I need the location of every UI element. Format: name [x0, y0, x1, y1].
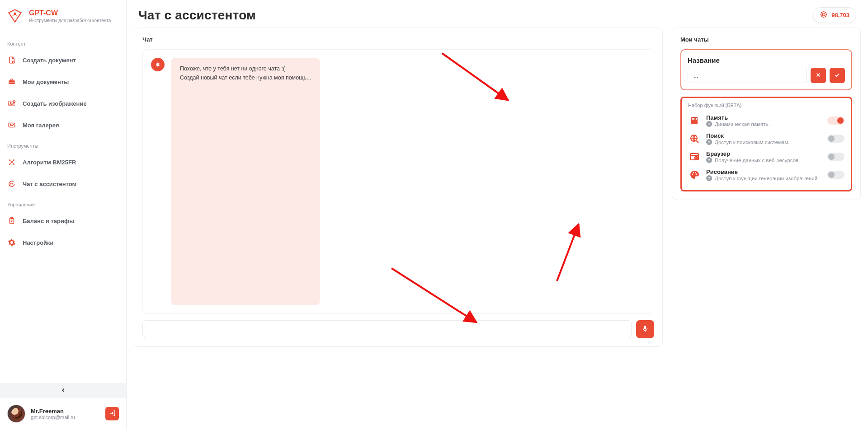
function-memory: Память ?Динамическая память. — [687, 112, 845, 130]
svg-point-18 — [12, 183, 13, 184]
svg-rect-20 — [11, 218, 13, 219]
svg-point-34 — [693, 172, 694, 173]
cancel-button[interactable] — [811, 68, 826, 83]
sidebar-item-label: Чат с ассистентом — [23, 181, 76, 187]
cluster-icon — [7, 158, 16, 167]
chat-name-input[interactable] — [688, 68, 807, 83]
help-icon[interactable]: ? — [706, 175, 712, 181]
svg-point-23 — [156, 63, 159, 65]
credits-pill[interactable]: 98,703 — [813, 7, 856, 23]
chat-card-title: Чат — [142, 36, 654, 43]
function-name: Память — [706, 114, 822, 121]
assistant-bubble: Похоже, что у тебя нет ни одного чата :(… — [171, 58, 320, 305]
brand-subtitle: Инструменты для разработки контента — [29, 18, 111, 23]
function-desc: Динамическая память. — [715, 121, 770, 127]
sidebar-section-tools: Инструменты — [0, 136, 126, 151]
close-icon — [815, 72, 821, 79]
svg-rect-28 — [694, 118, 695, 120]
function-name: Браузер — [706, 150, 822, 157]
sidebar-item-label: Баланс и тарифы — [23, 218, 74, 224]
sidebar-item-balance[interactable]: Баланс и тарифы — [0, 210, 126, 232]
bubble-line: Создай новый чат если тебе нужна моя пом… — [180, 73, 311, 82]
sidebar-item-label: Моя галерея — [23, 122, 59, 129]
new-chat-box: Название — [680, 49, 852, 90]
sidebar-item-chat-assistant[interactable]: Чат с ассистентом — [0, 173, 126, 195]
toggle-memory[interactable] — [827, 117, 844, 125]
svg-rect-29 — [695, 118, 696, 120]
toggle-browser[interactable] — [827, 153, 844, 161]
clipboard-icon — [7, 216, 16, 225]
palette-icon — [688, 168, 701, 181]
svg-point-14 — [9, 163, 10, 165]
mychats-card: Мои чаты Название Набор функций (Б — [672, 28, 861, 200]
chat-icon — [7, 179, 16, 188]
mychats-title: Мои чаты — [680, 36, 852, 43]
credits-icon — [820, 10, 828, 20]
svg-rect-24 — [644, 326, 646, 329]
logout-icon — [108, 410, 116, 418]
file-plus-icon — [7, 56, 16, 65]
mic-icon — [641, 325, 649, 334]
help-icon[interactable]: ? — [706, 139, 712, 145]
search-globe-icon — [688, 132, 701, 145]
sidebar-item-label: Алгоритм BM25FR — [23, 159, 76, 166]
functions-title: Набор функций (БЕТА) — [688, 103, 845, 108]
main: Чат с ассистентом 98,703 Чат Похоже, что… — [127, 0, 868, 429]
briefcase-icon — [7, 77, 16, 86]
svg-point-33 — [692, 174, 693, 175]
name-label: Название — [688, 56, 845, 64]
sidebar-section-management: Управление — [0, 195, 126, 210]
brand-title: GPT-CW — [29, 9, 111, 17]
function-desc: Получение данных с веб-ресурсов. — [715, 158, 800, 163]
user-name: Mr.Freeman — [31, 408, 75, 415]
help-icon[interactable]: ? — [706, 121, 712, 127]
svg-point-21 — [822, 13, 825, 16]
toggle-search[interactable] — [827, 135, 844, 143]
sidebar-item-create-document[interactable]: Создать документ — [0, 49, 126, 71]
function-name: Рисование — [706, 168, 822, 175]
sidebar-item-settings[interactable]: Настройки — [0, 232, 126, 253]
sidebar-collapse-button[interactable] — [0, 383, 126, 398]
chat-body: Похоже, что у тебя нет ни одного чата :(… — [142, 49, 654, 314]
sidebar-item-label: Настройки — [23, 239, 54, 246]
svg-point-15 — [13, 163, 14, 165]
sidebar-item-create-image[interactable]: Создать изображение — [0, 93, 126, 114]
sidebar-item-bm25fr[interactable]: Алгоритм BM25FR — [0, 151, 126, 173]
mic-button[interactable] — [636, 320, 654, 338]
svg-point-17 — [10, 183, 11, 184]
svg-point-36 — [696, 174, 698, 175]
sidebar-item-label: Мои документы — [23, 79, 69, 85]
user-email: gpt.solcorp@mail.ru — [31, 415, 75, 420]
credits-value: 98,703 — [831, 12, 849, 19]
chevron-left-icon — [60, 387, 66, 395]
sidebar-item-label: Создать документ — [23, 57, 76, 64]
function-drawing: Рисование ?Доступ к функции генерации из… — [687, 166, 845, 184]
function-search: Поиск ?Доступ к поисковым системам. — [687, 130, 845, 148]
brand[interactable]: GPT-CW Инструменты для разработки контен… — [0, 0, 126, 28]
sidebar-item-my-documents[interactable]: Мои документы — [0, 71, 126, 93]
brand-logo-icon — [7, 8, 23, 23]
bot-avatar-icon — [151, 58, 165, 71]
bubble-line: Похоже, что у тебя нет ни одного чата :( — [180, 64, 311, 73]
svg-point-12 — [9, 159, 10, 161]
sidebar-item-my-gallery[interactable]: Моя галерея — [0, 114, 126, 136]
function-browser: Браузер ?Получение данных с веб-ресурсов… — [687, 148, 845, 166]
browser-icon — [688, 150, 701, 163]
logout-button[interactable] — [105, 407, 119, 420]
image-plus-icon — [7, 99, 16, 108]
divider — [0, 31, 126, 31]
user-box: Mr.Freeman gpt.solcorp@mail.ru — [0, 398, 126, 429]
sidebar: GPT-CW Инструменты для разработки контен… — [0, 0, 127, 429]
svg-rect-6 — [9, 82, 15, 83]
confirm-button[interactable] — [830, 68, 845, 83]
check-icon — [834, 72, 840, 79]
svg-rect-27 — [693, 118, 693, 120]
toggle-drawing[interactable] — [827, 171, 844, 179]
function-name: Поиск — [706, 132, 822, 139]
svg-point-13 — [13, 159, 14, 161]
function-desc: Доступ к функции генерации изображений. — [715, 176, 819, 181]
help-icon[interactable]: ? — [706, 157, 712, 163]
gear-icon — [7, 238, 16, 247]
message-input[interactable] — [142, 320, 632, 338]
avatar[interactable] — [7, 405, 25, 423]
